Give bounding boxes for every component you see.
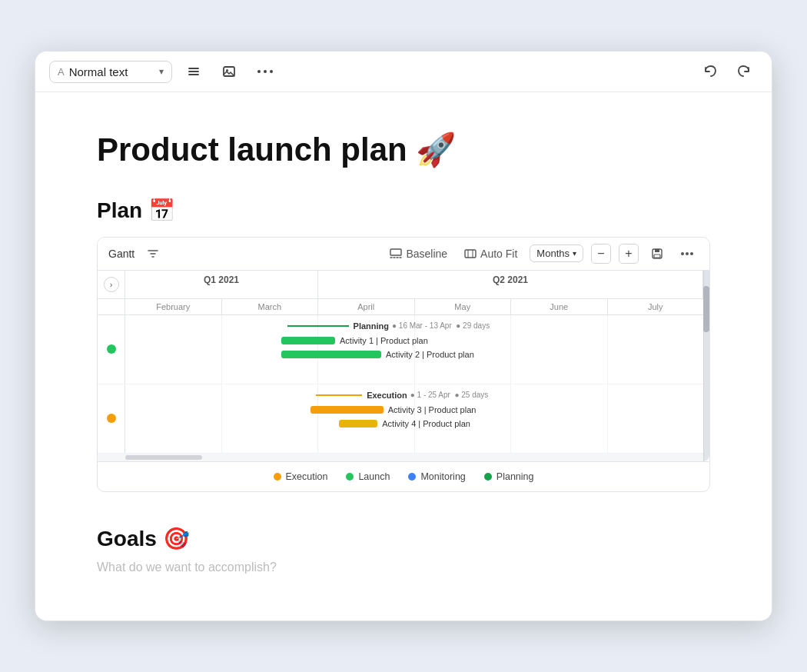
autofit-icon [464, 248, 477, 259]
execution-dot [107, 414, 116, 423]
activity3-bar: Activity 3 | Product plan [311, 403, 703, 417]
save-icon [651, 248, 663, 260]
legend-label-execution: Execution [286, 471, 328, 482]
month-june: June [511, 299, 608, 314]
image-button[interactable] [215, 59, 243, 84]
months-selector[interactable]: Months ▾ [530, 245, 583, 262]
legend-launch: Launch [346, 471, 390, 482]
month-february: February [125, 299, 222, 314]
activity4-label: Activity 4 | Product plan [382, 419, 470, 428]
legend-label-launch: Launch [358, 471, 390, 482]
toolbar: A Normal text ▾ [35, 52, 772, 92]
plan-heading: Plan 📅 [97, 198, 710, 223]
gantt-toggle-col: › [98, 271, 125, 298]
autofit-label: Auto Fit [480, 248, 517, 260]
month-may: May [415, 299, 512, 314]
gantt-main: › Q1 2021 Q2 2021 February March [98, 271, 703, 461]
gantt-legend: Execution Launch Monitoring Planning [98, 461, 709, 491]
activity1-bar: Activity 1 | Product plan [281, 334, 703, 348]
text-style-label: Normal text [69, 65, 154, 78]
svg-rect-8 [390, 249, 401, 255]
activity1-bar-fill [281, 337, 335, 344]
svg-point-18 [690, 252, 693, 255]
legend-planning: Planning [484, 471, 534, 482]
gantt-scrollbar-area [98, 454, 703, 461]
list-button[interactable] [180, 59, 208, 84]
text-style-a-icon: A [58, 66, 65, 78]
gantt-quarter-row: › Q1 2021 Q2 2021 [98, 271, 703, 299]
save-button[interactable] [646, 245, 668, 263]
activity4-bar: Activity 4 | Product plan [339, 417, 703, 431]
quarter-q1: Q1 2021 [125, 271, 318, 298]
legend-label-monitoring: Monitoring [420, 471, 465, 482]
page-content: Product launch plan 🚀 Plan 📅 Gantt [35, 92, 772, 620]
gantt-row-planning: Planning ● 16 Mar - 13 Apr ● 29 days Act… [98, 315, 703, 384]
more-icon [257, 68, 274, 75]
svg-point-6 [264, 70, 267, 73]
plan-section: Plan 📅 Gantt [97, 198, 710, 492]
legend-dot-planning [484, 473, 492, 481]
planning-header-bar: Planning ● 16 Mar - 13 Apr ● 29 days [287, 318, 703, 334]
activity3-bar-fill [311, 406, 384, 414]
activity1-label: Activity 1 | Product plan [340, 336, 428, 345]
legend-monitoring: Monitoring [408, 471, 465, 482]
baseline-label: Baseline [406, 248, 447, 260]
gantt-scrollbar[interactable] [125, 455, 202, 460]
gantt-chart-wrapper: › Q1 2021 Q2 2021 February March [98, 271, 709, 461]
svg-point-5 [257, 70, 261, 73]
legend-dot-execution [274, 473, 281, 481]
gantt-container: Gantt Baseline [97, 237, 710, 492]
zoom-minus-icon: − [597, 247, 604, 261]
activity3-label: Activity 3 | Product plan [388, 405, 477, 414]
activity2-bar: Activity 2 | Product plan [281, 348, 703, 361]
gantt-vertical-scrollbar[interactable] [703, 271, 709, 461]
svg-rect-15 [654, 254, 660, 258]
filter-button[interactable] [142, 245, 164, 263]
filter-icon [147, 248, 159, 260]
page-title: Product launch plan 🚀 [97, 131, 710, 169]
months-label: Months [536, 248, 570, 259]
app-container: A Normal text ▾ [35, 51, 772, 620]
undo-icon [702, 64, 718, 79]
gantt-more-button[interactable] [676, 248, 699, 259]
gantt-row-execution: Execution ● 1 - 25 Apr ● 25 days Activit… [98, 384, 703, 454]
svg-rect-10 [465, 250, 476, 258]
gantt-collapse-button[interactable]: › [104, 277, 119, 292]
month-july: July [608, 299, 704, 314]
quarter-q2: Q2 2021 [318, 271, 703, 298]
text-style-selector[interactable]: A Normal text ▾ [49, 61, 172, 83]
activity2-bar-fill [281, 351, 381, 358]
svg-point-7 [270, 70, 273, 73]
months-chevron-icon: ▾ [573, 249, 576, 258]
legend-label-planning: Planning [496, 471, 534, 482]
activity4-bar-fill [339, 420, 377, 427]
legend-dot-monitoring [408, 473, 416, 481]
month-march: March [222, 299, 319, 314]
planning-label: Planning [354, 321, 389, 331]
row-indicator-execution [98, 384, 125, 453]
planning-bars: Planning ● 16 Mar - 13 Apr ● 29 days Act… [125, 315, 703, 364]
gantt-label: Gantt [108, 248, 134, 260]
planning-dot [107, 344, 116, 354]
legend-dot-launch [346, 473, 354, 481]
image-icon [221, 64, 237, 79]
svg-point-16 [681, 252, 684, 255]
more-button[interactable] [251, 64, 280, 79]
execution-header-bar: Execution ● 1 - 25 Apr ● 25 days [316, 388, 703, 403]
goals-placeholder[interactable]: What do we want to accomplish? [97, 561, 710, 574]
activity2-label: Activity 2 | Product plan [386, 350, 474, 359]
zoom-plus-icon: + [625, 247, 632, 261]
baseline-button[interactable]: Baseline [385, 245, 452, 263]
gantt-scrollbar-thumb [703, 286, 709, 332]
planning-meta: ● 16 Mar - 13 Apr ● 29 days [392, 321, 490, 330]
chevron-down-icon: ▾ [159, 66, 164, 77]
baseline-icon [390, 248, 402, 259]
zoom-in-button[interactable]: + [619, 244, 639, 264]
undo-button[interactable] [696, 59, 724, 84]
zoom-out-button[interactable]: − [591, 244, 611, 264]
autofit-button[interactable]: Auto Fit [460, 245, 522, 263]
redo-button[interactable] [730, 59, 758, 84]
goals-section: Goals 🎯 What do we want to accomplish? [97, 526, 710, 574]
gantt-toolbar: Gantt Baseline [98, 238, 709, 271]
month-april: April [318, 299, 415, 314]
